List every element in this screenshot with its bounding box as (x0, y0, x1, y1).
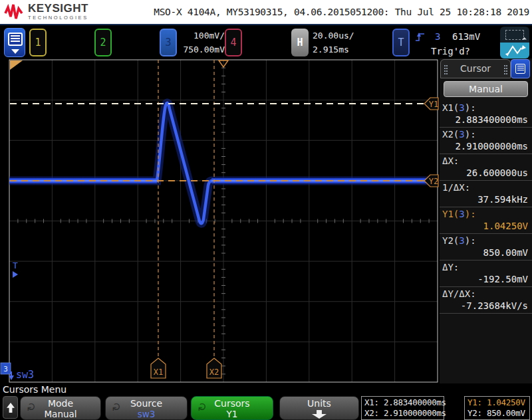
hamburger-menu-icon (515, 64, 525, 74)
brand-name: KEYSIGHT (28, 3, 88, 14)
softkey-bar: Cursors Menu ↻ Mode Manual ↻ Source sw3 … (0, 383, 532, 420)
svg-text:X2: X2 (209, 368, 219, 377)
trigger-key-button[interactable]: T (392, 29, 410, 56)
cursor-row-dx: ΔX: 26.600000us (440, 154, 532, 181)
softkey-units[interactable]: Units (279, 396, 359, 420)
back-button[interactable] (3, 396, 18, 419)
cursor-row-y2: Y2(3): 850.00mV (440, 234, 532, 261)
channel-4-button[interactable]: 4 (225, 29, 242, 56)
pointer-arrow-icon (522, 37, 527, 42)
cursor-row-x2: X2(3): 2.910000000ms (440, 128, 532, 154)
trace-source-label: sw3 (16, 369, 34, 381)
softkey-mode[interactable]: ↻ Mode Manual (20, 396, 101, 420)
status-bar: 1 2 3 100mV/750.00mV 4 H 20.00us/2.915ms… (0, 24, 532, 58)
cursor-sidebar: Cursor Manual X1(3): 2.883400000ms X2(3)… (440, 58, 532, 383)
svg-text:X1: X1 (154, 368, 163, 377)
down-arrow-icon (312, 410, 327, 419)
sidebar-tab[interactable]: Cursor (440, 59, 511, 78)
sidebar-menu-button[interactable] (511, 59, 530, 78)
svg-text:T: T (13, 261, 18, 270)
knob-rotate-icon: ↻ (25, 402, 38, 411)
x-cursor-readout: X1: 2.883400000msX2: 2.910000000ms (361, 396, 444, 420)
x1-cursor-tag[interactable]: X1 (151, 358, 166, 378)
svg-text:Y1: Y1 (429, 100, 438, 109)
trigger-source: 3 (435, 31, 440, 42)
knob-rotate-icon: ↻ (196, 402, 209, 411)
keysight-logo: KEYSIGHT TECHNOLOGIES (4, 2, 88, 21)
channel-3-ground-marker[interactable]: 3 (1, 363, 14, 380)
keysight-spark-icon (4, 2, 24, 21)
waveform-display[interactable]: Y1 Y2 X1 X2 T (0, 58, 439, 383)
channel-1-button[interactable]: 1 (29, 29, 47, 56)
y-cursor-readout: Y1: 1.04250VY2: 850.00mV (464, 396, 530, 420)
channel-2-button[interactable]: 2 (94, 29, 112, 56)
softkey-cursors[interactable]: ↻ Cursors Y1 (191, 396, 273, 420)
cursor-row-dy: ΔY: -192.50mV (440, 261, 532, 287)
header: KEYSIGHT TECHNOLOGIES MSO-X 4104A, MY531… (0, 0, 532, 24)
channel-3-offset: 750.00mV (183, 45, 225, 54)
drag-handle-icon (504, 65, 505, 66)
oscilloscope-screen: KEYSIGHT TECHNOLOGIES MSO-X 4104A, MY531… (0, 0, 532, 420)
trigger-level: 613mV (452, 31, 480, 42)
instrument-title: MSO-X 4104A, MY53190315, 04.06.201505120… (154, 7, 529, 17)
timebase-readout: 20.00us/2.915ms (313, 29, 354, 56)
channel-3-settings: 100mV/750.00mV (177, 29, 225, 56)
horizontal-key-button[interactable]: H (291, 29, 309, 56)
cursor-row-x1: X1(3): 2.883400000ms (440, 101, 532, 128)
brand-subtitle: TECHNOLOGIES (28, 15, 88, 21)
menu-title: Cursors Menu (3, 384, 66, 395)
channel-3-button[interactable]: 3 (160, 29, 177, 56)
hamburger-menu-icon (8, 33, 23, 46)
caret-down-icon (11, 49, 19, 54)
y1-cursor-tag[interactable]: Y1 (424, 98, 438, 110)
graticule-grid (9, 60, 438, 382)
channel-3-scale: 100mV/ (194, 31, 225, 41)
main-menu-button[interactable] (4, 28, 25, 57)
trigger-level-marker[interactable]: T (13, 261, 18, 278)
touch-gesture-button[interactable] (500, 43, 529, 58)
trigger-status: Trig'd? (431, 46, 470, 56)
timebase-delay: 2.915ms (313, 45, 349, 54)
main-area: Y1 Y2 X1 X2 T (0, 58, 532, 383)
cursor-mode-button[interactable]: Manual (444, 81, 528, 97)
svg-text:3: 3 (3, 365, 8, 373)
corner-tool-buttons[interactable] (500, 27, 529, 58)
rising-edge-icon (415, 31, 426, 43)
waveform-drag-icon (500, 43, 529, 58)
knob-rotate-icon: ↻ (110, 402, 123, 411)
reference-corner-marker (10, 60, 23, 70)
cursor-row-y1: Y1(3): 1.04250V (440, 207, 532, 234)
region-select-icon (505, 30, 524, 40)
svg-text:Y2: Y2 (429, 177, 438, 186)
timebase-scale: 20.00us/ (313, 31, 354, 41)
softkey-source[interactable]: ↻ Source sw3 (105, 396, 188, 420)
sidebar-title: Cursor (441, 63, 510, 74)
cursor-row-inv-dx: 1/ΔX: 37.594kHz (440, 181, 532, 207)
x2-cursor-tag[interactable]: X2 (207, 358, 221, 378)
cursor-row-slope: ΔY/ΔX: -7.23684kV/s (440, 287, 532, 314)
up-arrow-icon (7, 403, 15, 413)
